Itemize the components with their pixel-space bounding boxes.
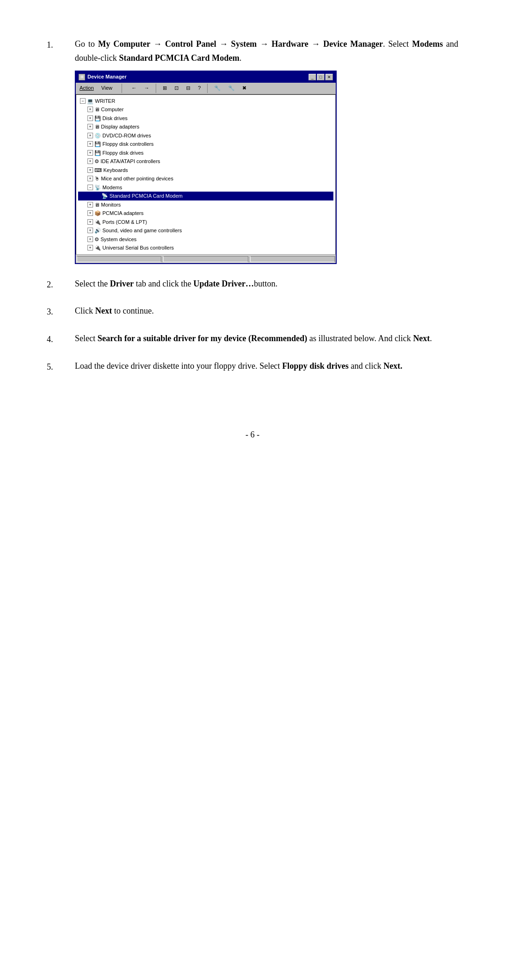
list-content-3: Click Next to continue. <box>75 304 458 319</box>
expand-ports[interactable]: + <box>87 219 93 225</box>
tree-label-ide: IDE ATA/ATAPI controllers <box>101 157 160 165</box>
tree-label-system: System devices <box>101 236 137 243</box>
dm-status-pane2 <box>163 256 248 262</box>
tree-item-ide[interactable]: + ⚙ IDE ATA/ATAPI controllers <box>78 157 333 166</box>
tree-item-system[interactable]: + ⚙ System devices <box>78 235 333 244</box>
list-content-2: Select the Driver tab and click the Upda… <box>75 277 458 292</box>
dm-title-text: Device Manager <box>87 73 127 81</box>
tree-item-usb[interactable]: + 🔌 Universal Serial Bus controllers <box>78 243 333 252</box>
tree-label-writer: WRITER <box>95 97 115 105</box>
dm-toolbar-icon2[interactable]: ⊡ <box>173 84 180 93</box>
instruction-text-2: Select the Driver tab and click the Upda… <box>75 277 458 291</box>
dm-tree: − 💻 WRITER + 🖥 Computer <box>78 97 333 252</box>
expand-display[interactable]: + <box>87 124 93 129</box>
dm-toolbar-icon4[interactable]: ? <box>196 84 202 93</box>
list-item-5: 5. Load the device driver diskette into … <box>47 359 458 374</box>
expand-system[interactable]: + <box>87 236 93 242</box>
instruction-text-4: Select Search for a suitable driver for … <box>75 332 458 346</box>
tree-label-usb: Universal Serial Bus controllers <box>102 244 174 252</box>
dm-menubar: Action View ← → ⊞ ⊡ ⊟ ? 🔧 🔧 ✖ <box>76 83 336 94</box>
tree-item-mice[interactable]: + 🖱 Mice and other pointing devices <box>78 174 333 183</box>
tree-label-sound: Sound, video and game controllers <box>102 227 182 235</box>
dm-toolbar-icon3[interactable]: ⊟ <box>184 84 192 93</box>
expand-keyboard[interactable]: + <box>87 167 93 173</box>
dm-maximize-btn[interactable]: □ <box>317 74 325 80</box>
list-number-2: 2. <box>47 277 75 292</box>
tree-label-modems: Modems <box>102 184 122 192</box>
dm-title-icon: ⊞ <box>79 74 85 80</box>
tree-item-modems[interactable]: − 📡 Modems <box>78 183 333 192</box>
expand-floppy[interactable]: + <box>87 150 93 156</box>
instruction-text-3: Click Next to continue. <box>75 304 458 318</box>
tree-label-pcmcia-modem: Standard PCMCIA Card Modem <box>109 192 183 200</box>
tree-label-computer: Computer <box>101 106 123 114</box>
tree-item-computer[interactable]: + 🖥 Computer <box>78 105 333 114</box>
tree-label-display: Display adapters <box>101 123 139 131</box>
dm-menu-view[interactable]: View <box>100 84 115 93</box>
tree-item-floppy[interactable]: + 💾 Floppy disk drives <box>78 149 333 157</box>
expand-dvd[interactable]: + <box>87 133 93 138</box>
tree-label-disk: Disk drives <box>102 114 128 122</box>
dm-toolbar-fwd[interactable]: → <box>142 84 151 93</box>
dm-minimize-btn[interactable]: _ <box>309 74 316 80</box>
tree-item-sound[interactable]: + 🔊 Sound, video and game controllers <box>78 226 333 235</box>
dm-toolbar-icon6[interactable]: 🔧 <box>226 84 237 93</box>
list-number-3: 3. <box>47 304 75 319</box>
list-item-1: 1. Go to My Computer → Control Panel → S… <box>47 37 458 264</box>
list-content-1: Go to My Computer → Control Panel → Syst… <box>75 37 458 264</box>
tree-item-pcmcia-modem[interactable]: 📡 Standard PCMCIA Card Modem <box>78 192 333 200</box>
list-content-4: Select Search for a suitable driver for … <box>75 332 458 346</box>
dm-status-pane3 <box>250 256 335 262</box>
instructions-list: 1. Go to My Computer → Control Panel → S… <box>47 37 458 374</box>
dm-titlebar-left: ⊞ Device Manager <box>79 73 127 81</box>
dm-status-pane1 <box>77 256 161 262</box>
expand-disk[interactable]: + <box>87 115 93 121</box>
list-item-4: 4. Select Search for a suitable driver f… <box>47 332 458 346</box>
dm-toolbar-icon5[interactable]: 🔧 <box>212 84 223 93</box>
list-item-3: 3. Click Next to continue. <box>47 304 458 319</box>
tree-label-keyboard: Keyboards <box>103 166 128 174</box>
expand-computer[interactable]: + <box>87 107 93 112</box>
expand-ide[interactable]: + <box>87 158 93 164</box>
list-number-1: 1. <box>47 37 75 264</box>
tree-label-floppy: Floppy disk drives <box>102 149 144 157</box>
expand-monitors[interactable]: + <box>87 202 93 207</box>
list-item-2: 2. Select the Driver tab and click the U… <box>47 277 458 292</box>
tree-label-floppy-ctrl: Floppy disk controllers <box>102 140 153 148</box>
tree-item-dvd[interactable]: + 💿 DVD/CD-ROM drives <box>78 131 333 140</box>
dm-body: − 💻 WRITER + 🖥 Computer <box>76 94 336 255</box>
tree-item-keyboard[interactable]: + ⌨ Keyboards <box>78 166 333 175</box>
tree-label-monitors: Monitors <box>101 201 121 209</box>
expand-pcmcia[interactable]: + <box>87 210 93 216</box>
tree-item-pcmcia[interactable]: + 📦 PCMCIA adapters <box>78 209 333 218</box>
list-number-4: 4. <box>47 332 75 346</box>
tree-item-display[interactable]: + 🖥 Display adapters <box>78 122 333 131</box>
dm-toolbar-back[interactable]: ← <box>130 84 138 93</box>
tree-label-ports: Ports (COM & LPT) <box>102 218 147 226</box>
instruction-text-5: Load the device driver diskette into you… <box>75 359 458 373</box>
list-content-5: Load the device driver diskette into you… <box>75 359 458 374</box>
dm-titlebar-buttons: _ □ ✕ <box>309 74 333 80</box>
tree-item-monitors[interactable]: + 🖥 Monitors <box>78 200 333 209</box>
expand-usb[interactable]: + <box>87 245 93 250</box>
device-manager-window: ⊞ Device Manager _ □ ✕ Action View ← → <box>75 71 337 264</box>
tree-item-floppy-ctrl[interactable]: + 💾 Floppy disk controllers <box>78 140 333 149</box>
dm-toolbar-icon1[interactable]: ⊞ <box>161 84 169 93</box>
tree-label-dvd: DVD/CD-ROM drives <box>102 132 151 140</box>
tree-label-mice: Mice and other pointing devices <box>101 175 173 183</box>
dm-toolbar-icon7[interactable]: ✖ <box>240 84 248 93</box>
expand-floppy-ctrl[interactable]: + <box>87 141 93 147</box>
dm-close-btn[interactable]: ✕ <box>325 74 333 80</box>
expand-writer[interactable]: − <box>80 98 86 104</box>
list-number-5: 5. <box>47 359 75 374</box>
expand-mice[interactable]: + <box>87 176 93 181</box>
tree-item-disk[interactable]: + 💾 Disk drives <box>78 114 333 123</box>
tree-item-ports[interactable]: + 🔌 Ports (COM & LPT) <box>78 218 333 227</box>
dm-menu-action[interactable]: Action <box>78 84 96 93</box>
dm-titlebar: ⊞ Device Manager _ □ ✕ <box>76 72 336 83</box>
tree-item-writer[interactable]: − 💻 WRITER <box>78 97 333 106</box>
expand-sound[interactable]: + <box>87 228 93 233</box>
expand-modems[interactable]: − <box>87 185 93 190</box>
page-number: - 6 - <box>47 430 458 440</box>
dm-statusbar <box>76 255 336 263</box>
